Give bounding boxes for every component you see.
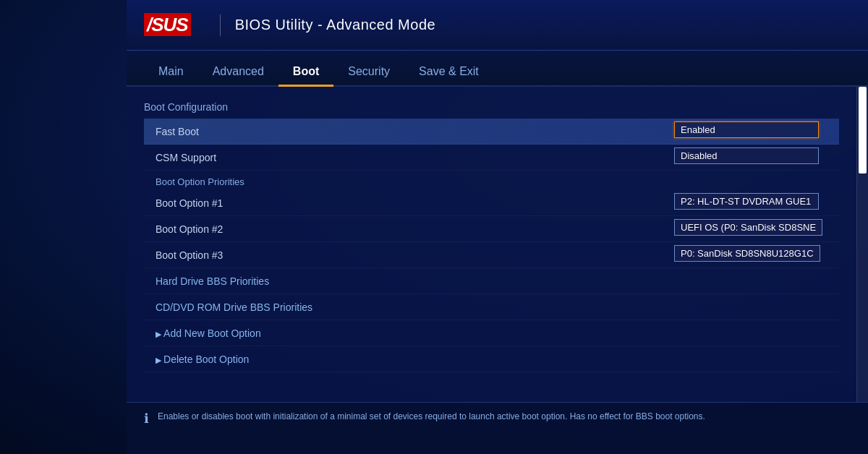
fast-boot-value[interactable]: Enabled (674, 121, 819, 138)
csm-support-row[interactable]: CSM Support Disabled (144, 145, 839, 171)
boot-option-2-label: Boot Option #2 (144, 219, 674, 239)
boot-option-2-value-container: UEFI OS (P0: SanDisk SD8SNE (674, 219, 833, 239)
add-boot-row[interactable]: Add New Boot Option (144, 320, 839, 346)
boot-option-3-value[interactable]: P0: SanDisk SD8SN8U128G1C (674, 245, 820, 262)
boot-option-2-value[interactable]: UEFI OS (P0: SanDisk SD8SNE (674, 219, 822, 236)
info-icon: ℹ (144, 411, 149, 427)
boot-option-1-row[interactable]: Boot Option #1 P2: HL-DT-ST DVDRAM GUE1 (144, 190, 839, 216)
bios-header: /SUS BIOS Utility - Advanced Mode (127, 0, 868, 51)
add-boot-label[interactable]: Add New Boot Option (144, 323, 267, 343)
csm-support-value-container: Disabled (674, 147, 833, 167)
main-content: Boot Configuration Fast Boot Enabled CSM… (127, 87, 856, 402)
cddvd-bbs-label[interactable]: CD/DVD ROM Drive BBS Priorities (144, 297, 839, 317)
csm-support-value[interactable]: Disabled (674, 147, 819, 164)
fast-boot-row[interactable]: Fast Boot Enabled (144, 119, 839, 145)
boot-option-3-row[interactable]: Boot Option #3 P0: SanDisk SD8SN8U128G1C (144, 242, 839, 268)
hdd-bbs-label[interactable]: Hard Drive BBS Priorities (144, 271, 839, 291)
fast-boot-label: Fast Boot (144, 121, 674, 142)
asus-logo: /SUS (144, 14, 191, 36)
header-divider (220, 14, 221, 36)
boot-priorities-title: Boot Option Priorities (144, 171, 839, 190)
boot-config-title: Boot Configuration (144, 101, 839, 113)
tab-security[interactable]: Security (333, 58, 404, 85)
boot-option-1-label: Boot Option #1 (144, 193, 674, 213)
tab-save-exit[interactable]: Save & Exit (404, 58, 493, 85)
footer-description: Enables or disables boot with initializa… (158, 410, 705, 423)
boot-option-1-value-container: P2: HL-DT-ST DVDRAM GUE1 (674, 193, 833, 213)
nav-tabs: Main Advanced Boot Security Save & Exit (127, 51, 868, 87)
boot-option-3-label: Boot Option #3 (144, 245, 674, 265)
delete-boot-row[interactable]: Delete Boot Option (144, 346, 839, 372)
tab-boot[interactable]: Boot (278, 58, 333, 85)
boot-option-2-row[interactable]: Boot Option #2 UEFI OS (P0: SanDisk SD8S… (144, 216, 839, 242)
scrollbar-thumb[interactable] (859, 87, 867, 174)
fast-boot-value-container: Enabled (674, 121, 833, 141)
tab-main[interactable]: Main (144, 58, 198, 85)
boot-option-1-value[interactable]: P2: HL-DT-ST DVDRAM GUE1 (674, 193, 819, 210)
boot-option-3-value-container: P0: SanDisk SD8SN8U128G1C (674, 245, 833, 265)
bios-window: /SUS BIOS Utility - Advanced Mode Main A… (127, 0, 868, 454)
csm-support-label: CSM Support (144, 147, 674, 168)
scrollbar[interactable] (856, 87, 868, 402)
footer: ℹ Enables or disables boot with initiali… (127, 402, 868, 454)
bios-title: BIOS Utility - Advanced Mode (235, 17, 435, 33)
tab-advanced[interactable]: Advanced (198, 58, 278, 85)
cddvd-bbs-row[interactable]: CD/DVD ROM Drive BBS Priorities (144, 294, 839, 320)
content-area: Boot Configuration Fast Boot Enabled CSM… (127, 87, 868, 402)
delete-boot-label[interactable]: Delete Boot Option (144, 349, 255, 369)
hdd-bbs-row[interactable]: Hard Drive BBS Priorities (144, 268, 839, 294)
